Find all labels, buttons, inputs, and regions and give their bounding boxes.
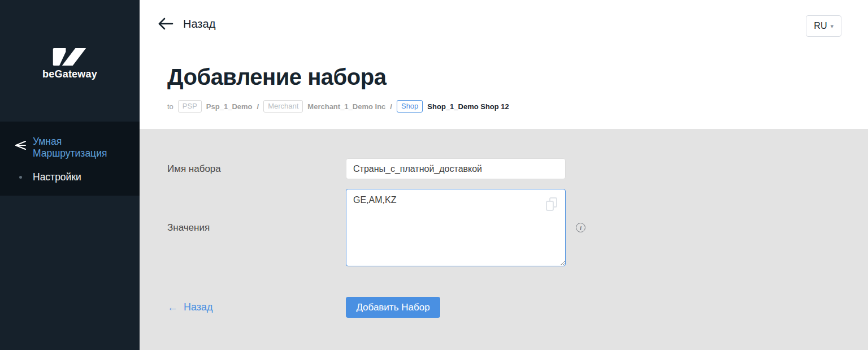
values-label: Значения [167,222,210,233]
chevron-down-icon: ▾ [830,23,834,29]
app-window: beGateway Умная Маршрутизация [0,0,868,350]
add-set-button[interactable]: Добавить Набор [346,297,440,318]
breadcrumb-separator: / [390,102,392,111]
main-content: Назад RU ▾ Добавление набора to PSP Psp_… [140,0,868,350]
breadcrumb-prefix: to [167,102,173,111]
logo-wordmark: beGateway [0,68,140,80]
info-icon[interactable]: i [576,223,585,232]
sidebar-subitem-label: Настройки [33,171,81,183]
sidebar-item-smart-routing[interactable]: Умная Маршрутизация [14,136,134,159]
name-row: Имя набора [167,158,868,179]
shop-badge: Shop [397,100,423,113]
name-label: Имя набора [167,163,221,174]
back-arrow-icon [157,17,174,31]
language-value: RU [814,21,827,31]
psp-badge: PSP [178,100,202,113]
add-set-form: Имя набора Значения GE,AM,KZ [140,129,868,350]
back-link[interactable]: ← Назад [167,301,213,313]
sidebar-item-label: Умная Маршрутизация [33,136,132,159]
breadcrumb-shop-name[interactable]: Shop_1_Demo Shop 12 [427,102,509,111]
breadcrumb-merchant-name[interactable]: Merchant_1_Demo Inc [307,102,385,111]
set-name-input[interactable] [346,158,566,179]
breadcrumb-separator: / [257,102,259,111]
copy-icon[interactable] [545,197,558,211]
begateway-logo-icon [52,47,88,67]
bullet-icon [14,176,27,179]
back-header-label: Назад [183,18,215,31]
back-header-button[interactable]: Назад [157,17,215,31]
breadcrumb-psp-name[interactable]: Psp_1_Demo [206,102,253,111]
breadcrumb: to PSP Psp_1_Demo / Merchant Merchant_1_… [167,100,509,113]
merchant-badge: Merchant [263,100,303,113]
values-textarea[interactable]: GE,AM,KZ [346,189,566,266]
sidebar-item-settings[interactable]: Настройки [14,171,134,183]
language-selector[interactable]: RU ▾ [806,15,841,37]
page-title: Добавление набора [167,64,386,90]
back-link-label: Назад [184,301,213,313]
sidebar: beGateway Умная Маршрутизация [0,0,140,350]
actions-row: ← Назад Добавить Набор [167,297,868,318]
routing-arrow-icon [14,140,27,153]
sidebar-nav: Умная Маршрутизация Настройки [0,122,140,196]
back-arrow-icon: ← [167,302,178,313]
values-row: Значения GE,AM,KZ i [167,189,868,266]
begateway-logo: beGateway [0,47,140,80]
